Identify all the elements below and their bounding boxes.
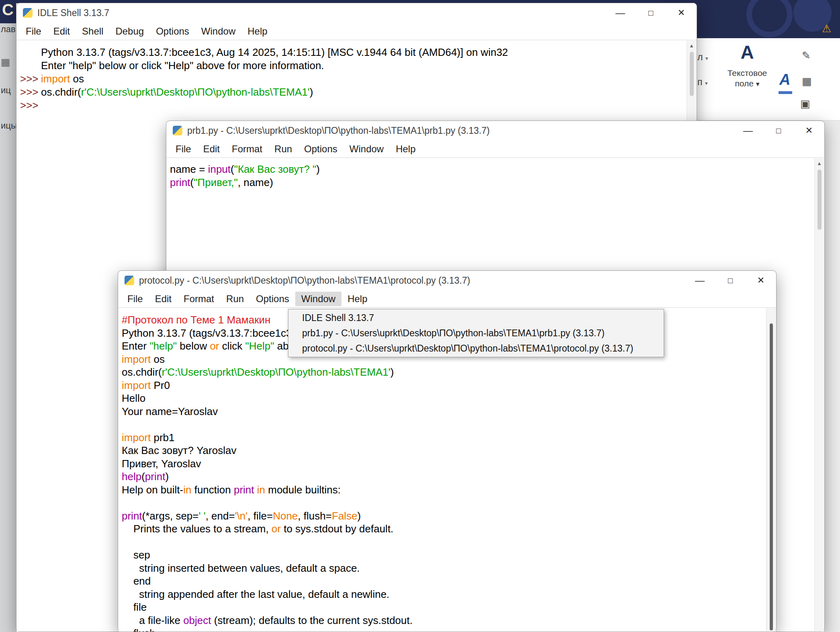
code-line: >>>import os [20,72,683,86]
scroll-up-icon[interactable]: ▲ [815,158,824,168]
prb1-titlebar[interactable]: prb1.py - C:\Users\uprkt\Desktop\ПО\pyth… [166,121,824,140]
code-line [122,418,762,431]
shell-titlebar[interactable]: IDLE Shell 3.13.7 — □ ✕ [16,3,697,22]
protocol-menubar: FileEditFormatRunOptionsWindowHelp [118,290,776,308]
code-line: file [122,601,762,614]
minimize-button[interactable]: — [605,3,636,22]
protocol-window-controls: — □ ✕ [685,271,776,290]
page-icon[interactable]: ▣ [800,98,810,110]
pencil-icon[interactable]: ✎ [802,49,811,62]
protocol-titlebar[interactable]: protocol.py - C:\Users\uprkt\Desktop\ПО\… [118,271,776,290]
window-menu-item-0[interactable]: IDLE Shell 3.13.7 [288,310,664,325]
shell-menu-4[interactable]: Options [150,24,195,39]
prb1-menu-5[interactable]: Window [343,142,390,156]
scroll-up-icon[interactable]: ▲ [687,41,696,50]
scrollbar-thumb[interactable] [770,323,773,630]
shell-window-title: IDLE Shell 3.13.7 [37,8,109,18]
background-text-fragment: ицы [1,121,16,131]
minimize-button[interactable]: — [733,121,763,140]
app-logo-corner: C [0,0,16,23]
code-line: flush [122,627,762,632]
code-line: name = input("Как Вас зовут? ") [170,163,810,176]
shell-menu-6[interactable]: Help [241,24,273,39]
maximize-button[interactable]: □ [636,3,666,22]
ribbon-fragment-text: л [697,52,703,62]
maximize-button[interactable]: □ [763,121,794,140]
shell-menu-0[interactable]: File [20,24,47,39]
prb1-menu-3[interactable]: Run [268,142,298,156]
code-line: os.chdir(r'C:\Users\uprkt\Desktop\ПО\pyt… [122,366,762,379]
prb1-scrollbar[interactable]: ▲ [814,158,824,631]
logo-letter: C [2,1,14,18]
code-line: print("Привет,", name) [170,176,810,189]
textbox-label: Текстовое поле ▾ [726,68,768,89]
prb1-menu-0[interactable]: File [170,142,197,156]
shell-menu-5[interactable]: Window [195,24,241,39]
code-line [122,536,762,549]
textbox-gallery-button[interactable]: А Текстовое поле ▾ [726,41,768,89]
code-line: Как Вас зовут? Yaroslav [122,444,762,457]
ribbon-fragment-text: п [697,77,702,87]
prb1-menu-4[interactable]: Options [298,142,343,156]
window-menu-dropdown: IDLE Shell 3.13.7prb1.py - C:\Users\uprk… [288,309,664,357]
protocol-scrollbar[interactable] [766,308,776,631]
desktop-left-edge: лав ▦ иц ицы [0,0,16,632]
python-icon [173,126,182,135]
code-line: a file-like object (stream); defaults to… [122,614,762,627]
textbox-label-line1: Текстовое [728,68,767,78]
protocol-menu-3[interactable]: Run [220,292,250,306]
textbox-icon: А [726,41,768,64]
ribbon-dropdown-fragment-2[interactable]: п ▾ [697,77,708,88]
close-button[interactable]: ✕ [746,271,776,290]
protocol-menu-2[interactable]: Format [178,292,220,306]
protocol-window-title: protocol.py - C:\Users\uprkt\Desktop\ПО\… [139,275,470,286]
warning-icon[interactable]: ⚠ [822,22,831,35]
code-line: Привет, Yaroslav [122,457,762,470]
prb1-editor[interactable]: name = input("Как Вас зовут? ")print("Пр… [167,158,824,189]
prb1-window-controls: — □ ✕ [733,121,824,140]
shell-menu-2[interactable]: Shell [76,24,109,39]
shell-menu-3[interactable]: Debug [109,24,150,39]
close-button[interactable]: ✕ [666,3,697,22]
python-icon [125,276,134,285]
code-line: Prints the values to a stream, or to sys… [122,522,762,536]
python-icon [23,8,33,18]
code-line: sep [122,548,762,562]
minimize-button[interactable]: — [685,271,715,290]
code-line: Help on built-in function print in modul… [122,483,762,497]
code-line: import Pr0 [122,379,762,392]
code-line: import prb1 [122,431,762,444]
code-line: >>>os.chdir(r'C:\Users\uprkt\Desktop\ПО\… [20,86,683,99]
ribbon-dropdown-fragment-1[interactable]: л ▾ [697,52,708,63]
protocol-menu-6[interactable]: Help [341,292,373,306]
protocol-menu-5[interactable]: Window [295,292,341,306]
shell-output[interactable]: Python 3.13.7 (tags/v3.13.7:bcee1c3, Aug… [17,40,696,112]
prb1-menu-1[interactable]: Edit [197,142,226,156]
protocol-menu-1[interactable]: Edit [149,292,178,306]
protocol-menu-0[interactable]: File [121,292,149,306]
table-icon[interactable]: ▦ [802,75,812,88]
prb1-menu-2[interactable]: Format [226,142,268,156]
code-line: print(*args, sep=' ', end='\n', file=Non… [122,509,762,523]
code-line: help(print) [122,470,762,483]
shell-window-controls: — □ ✕ [605,3,697,22]
scrollbar-thumb[interactable] [690,52,694,96]
grid-icon: ▦ [1,56,10,68]
font-color-icon[interactable]: A [779,71,790,88]
background-text-fragment: лав [1,24,16,35]
shell-menubar: FileEditShellDebugOptionsWindowHelp [16,22,697,40]
window-menu-item-1[interactable]: prb1.py - C:\Users\uprkt\Desktop\ПО\pyth… [288,325,664,341]
protocol-menu-4[interactable]: Options [250,292,295,306]
shell-menu-1[interactable]: Edit [47,24,76,39]
maximize-button[interactable]: □ [715,271,746,290]
code-line [122,496,762,509]
code-line: end [122,575,762,588]
close-button[interactable]: ✕ [794,121,824,140]
prb1-menu-6[interactable]: Help [390,142,421,156]
window-menu-item-2[interactable]: protocol.py - C:\Users\uprkt\Desktop\ПО\… [288,341,664,356]
code-line: Your name=Yaroslav [122,405,762,418]
scrollbar-thumb[interactable] [818,170,822,230]
chevron-down-icon: ▾ [705,80,708,86]
code-line: Enter "help" below or click "Help" above… [20,59,683,72]
code-line: string inserted between values, default … [122,562,762,575]
